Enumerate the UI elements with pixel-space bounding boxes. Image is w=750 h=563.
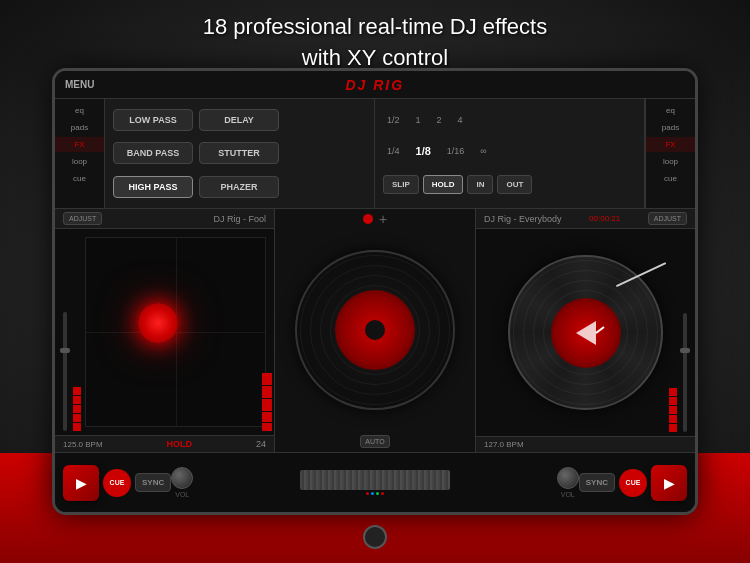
right-deck-header: DJ Rig - Everybody 00:00:21 ADJUST <box>476 209 695 229</box>
turntable-container <box>295 229 455 431</box>
right-adjust-button[interactable]: ADJUST <box>648 212 687 225</box>
frac-1[interactable]: 1 <box>412 113 425 127</box>
right-nav-pads[interactable]: pads <box>646 120 695 135</box>
header-line2: with XY control <box>0 43 750 74</box>
dj-screen: MENU DJ RIG eq pads FX loop cue LOW PASS… <box>55 71 695 512</box>
low-pass-button[interactable]: LOW PASS <box>113 109 193 131</box>
xy-cursor <box>138 303 178 343</box>
left-deck-bottom: 125.0 BPM HOLD 24 <box>55 435 274 452</box>
right-bpm: 127.0 BPM <box>484 440 524 449</box>
delay-button[interactable]: DELAY <box>199 109 279 131</box>
waveform-dots <box>366 492 384 495</box>
fraction-row-2: 1/4 1/8 1/16 ∞ <box>383 143 636 159</box>
hold-button[interactable]: HOLD <box>423 175 464 194</box>
frac-eighth[interactable]: 1/8 <box>412 143 435 159</box>
right-vol-label: VOL <box>561 491 575 498</box>
left-vol-knob[interactable] <box>171 467 193 489</box>
left-cue-button[interactable]: CUE <box>103 469 131 497</box>
left-turntable[interactable] <box>295 250 455 410</box>
right-vol-knob[interactable] <box>557 467 579 489</box>
wdot-4 <box>381 492 384 495</box>
band-pass-button[interactable]: BAND PASS <box>113 142 193 164</box>
hold-label: HOLD <box>167 439 193 449</box>
top-bar: MENU DJ RIG <box>55 71 695 99</box>
menu-button[interactable]: MENU <box>65 79 94 90</box>
res-bar <box>262 423 272 431</box>
slip-button[interactable]: SLIP <box>383 175 419 194</box>
effect-row-2: BAND PASS STUTTER <box>113 142 366 164</box>
left-adjust-button[interactable]: ADJUST <box>63 212 102 225</box>
right-nav-cue[interactable]: cue <box>646 171 695 186</box>
right-sync-button[interactable]: SYNC <box>579 473 615 492</box>
waveform-display <box>300 470 450 490</box>
left-nav-eq[interactable]: eq <box>55 103 104 118</box>
rec-indicator <box>363 214 373 224</box>
center-deck: + AUTO <box>275 209 475 452</box>
in-button[interactable]: IN <box>467 175 493 194</box>
left-nav-pads[interactable]: pads <box>55 120 104 135</box>
frac-2[interactable]: 2 <box>433 113 446 127</box>
right-turntable[interactable] <box>508 255 663 410</box>
frac-sixteenth[interactable]: 1/16 <box>443 144 469 158</box>
left-deck-header: ADJUST DJ Rig - Fool <box>55 209 274 229</box>
effect-row-3: HIGH PASS PHAZER <box>113 176 366 198</box>
frac-inf[interactable]: ∞ <box>476 144 490 158</box>
header-line1: 18 professional real-time DJ effects <box>0 12 750 43</box>
right-nav-eq[interactable]: eq <box>646 103 695 118</box>
res-bar <box>262 386 272 398</box>
res-bar <box>262 373 272 385</box>
center-waveform-section <box>193 470 557 495</box>
left-nav-loop[interactable]: loop <box>55 154 104 169</box>
right-nav: eq pads FX loop cue <box>645 99 695 208</box>
left-deck-controls: ▶ CUE SYNC <box>63 465 171 501</box>
frac-half[interactable]: 1/2 <box>383 113 404 127</box>
right-nav-fx[interactable]: FX <box>646 137 695 152</box>
phazer-button[interactable]: PHAZER <box>199 176 279 198</box>
left-bpm: 125.0 BPM <box>63 440 103 449</box>
res-bar <box>262 399 272 411</box>
left-play-button[interactable]: ▶ <box>63 465 99 501</box>
right-deck-controls: SYNC CUE ▶ <box>579 465 687 501</box>
xy-pad[interactable]: FREQUENCY <box>85 237 266 427</box>
header-section: 18 professional real-time DJ effects wit… <box>0 12 750 74</box>
right-play-button[interactable]: ▶ <box>651 465 687 501</box>
app-logo: DJ RIG <box>345 77 404 93</box>
left-sync-button[interactable]: SYNC <box>135 473 171 492</box>
add-button[interactable]: + <box>379 211 387 227</box>
left-deck: ADJUST DJ Rig - Fool <box>55 209 275 452</box>
ipad-frame: MENU DJ RIG eq pads FX loop cue LOW PASS… <box>52 68 698 515</box>
right-deck-title: DJ Rig - Everybody <box>484 214 562 224</box>
out-button[interactable]: OUT <box>497 175 532 194</box>
left-num: 24 <box>256 439 266 449</box>
res-bar <box>262 412 272 422</box>
ipad-home-button[interactable] <box>363 525 387 549</box>
right-cue-button[interactable]: CUE <box>619 469 647 497</box>
left-nav-fx[interactable]: FX <box>55 137 104 152</box>
wdot-3 <box>376 492 379 495</box>
wdot-2 <box>371 492 374 495</box>
main-deck: ADJUST DJ Rig - Fool <box>55 209 695 452</box>
high-pass-button[interactable]: HIGH PASS <box>113 176 193 198</box>
fraction-row-1: 1/2 1 2 4 <box>383 113 636 127</box>
fraction-panel: 1/2 1 2 4 1/4 1/8 1/16 ∞ SLIP HOLD IN OU… <box>374 99 645 208</box>
right-deck: DJ Rig - Everybody 00:00:21 ADJUST <box>475 209 695 452</box>
auto-button[interactable]: AUTO <box>360 435 389 448</box>
frac-quarter[interactable]: 1/4 <box>383 144 404 158</box>
effects-panel: eq pads FX loop cue LOW PASS DELAY BAND … <box>55 99 695 209</box>
right-play-icon: ▶ <box>664 475 675 491</box>
left-nav-cue[interactable]: cue <box>55 171 104 186</box>
stutter-button[interactable]: STUTTER <box>199 142 279 164</box>
right-deck-bottom: 127.0 BPM <box>476 436 695 452</box>
right-deck-time: 00:00:21 <box>589 214 620 223</box>
right-nav-loop[interactable]: loop <box>646 154 695 169</box>
wdot-1 <box>366 492 369 495</box>
transport-bar: ▶ CUE SYNC VOL VOL <box>55 452 695 512</box>
frac-4[interactable]: 4 <box>454 113 467 127</box>
left-vol-label: VOL <box>175 491 189 498</box>
left-vol-section: VOL <box>171 467 193 498</box>
right-vol-section: VOL <box>557 467 579 498</box>
effect-buttons-section: LOW PASS DELAY BAND PASS STUTTER HIGH PA… <box>105 99 374 208</box>
left-nav: eq pads FX loop cue <box>55 99 105 208</box>
left-play-icon: ▶ <box>76 475 87 491</box>
effect-row-1: LOW PASS DELAY <box>113 109 366 131</box>
